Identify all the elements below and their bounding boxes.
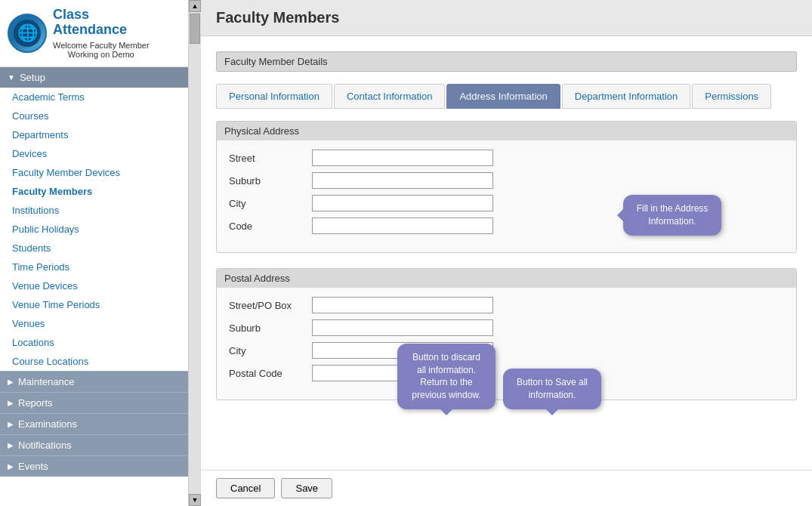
main-content: Faculty Members Faculty Member Details P… (201, 0, 812, 506)
physical-suburb-row: Suburb (229, 172, 784, 189)
save-tooltip: Button to Save all information. (503, 369, 601, 409)
postal-street-row: Street/PO Box (229, 297, 784, 313)
physical-street-input[interactable] (312, 150, 493, 166)
tab-permissions[interactable]: Permissions (692, 84, 771, 109)
maintenance-label: Maintenance (18, 376, 74, 387)
notifications-section-header[interactable]: ▶ Notifications (0, 434, 188, 455)
setup-label: Setup (20, 72, 45, 83)
tab-contact[interactable]: Contact Information (334, 84, 445, 109)
physical-street-label: Street (229, 153, 312, 164)
form-buttons: Cancel Save (201, 470, 812, 506)
sidebar-header: 🌐 Class Attendance Welcome Faculty Membe… (0, 0, 188, 67)
page-header: Faculty Members (201, 0, 812, 36)
tab-bar: Personal Information Contact Information… (216, 84, 797, 109)
sidebar-item-students[interactable]: Students (0, 239, 188, 258)
form-section-header: Faculty Member Details (216, 51, 797, 72)
physical-city-input[interactable] (312, 195, 493, 211)
sidebar-item-academic-terms[interactable]: Academic Terms (0, 88, 188, 106)
sidebar-item-public-holidays[interactable]: Public Holidays (0, 220, 188, 239)
examinations-label: Examinations (18, 418, 77, 430)
postal-street-input[interactable] (312, 297, 493, 313)
sidebar-item-faculty-member-devices[interactable]: Faculty Member Devices (0, 163, 188, 182)
address-tooltip: Fill in the Address Information. (623, 195, 721, 236)
examinations-section-header[interactable]: ▶ Examinations (0, 413, 188, 434)
events-arrow-icon: ▶ (8, 462, 14, 471)
postal-city-label: City (229, 345, 312, 356)
notifications-arrow-icon: ▶ (8, 441, 14, 449)
physical-code-label: Code (229, 221, 312, 232)
notifications-label: Notifications (18, 440, 72, 451)
cancel-button[interactable]: Cancel (216, 478, 275, 498)
maintenance-section-header[interactable]: ▶ Maintenance (0, 371, 188, 392)
postal-suburb-label: Suburb (229, 322, 312, 334)
examinations-arrow-icon: ▶ (8, 420, 14, 428)
maintenance-arrow-icon: ▶ (8, 378, 14, 386)
scroll-down-btn[interactable]: ▼ (189, 494, 201, 506)
setup-nav-items: Academic Terms Courses Departments Devic… (0, 88, 188, 371)
physical-code-input[interactable] (312, 218, 493, 234)
tab-address[interactable]: Address Information (446, 84, 560, 109)
physical-street-row: Street (229, 150, 784, 166)
sidebar-item-venue-time-periods[interactable]: Venue Time Periods (0, 295, 188, 314)
sidebar-item-institutions[interactable]: Institutions (0, 201, 188, 220)
postal-suburb-row: Suburb (229, 319, 784, 336)
sidebar-item-departments[interactable]: Departments (0, 125, 188, 144)
app-name: Class Attendance (53, 8, 150, 38)
sidebar-item-venue-devices[interactable]: Venue Devices (0, 276, 188, 295)
reports-section-header[interactable]: ▶ Reports (0, 392, 188, 413)
setup-section-header[interactable]: ▼ Setup (0, 67, 188, 88)
sidebar-item-courses[interactable]: Courses (0, 106, 188, 125)
sidebar-nav: ▼ Setup Academic Terms Courses Departmen… (0, 67, 188, 506)
physical-suburb-label: Suburb (229, 175, 312, 187)
sidebar-item-faculty-members[interactable]: Faculty Members (0, 182, 188, 201)
scroll-thumb[interactable] (190, 14, 200, 44)
postal-address-title: Postal Address (217, 269, 796, 288)
scroll-up-btn[interactable]: ▲ (189, 0, 201, 12)
physical-city-label: City (229, 198, 312, 209)
welcome-text: Welcome Faculty Member Working on Demo (53, 41, 150, 59)
reports-arrow-icon: ▶ (8, 399, 14, 407)
events-label: Events (18, 461, 48, 472)
sidebar-item-devices[interactable]: Devices (0, 144, 188, 163)
tab-department[interactable]: Department Information (562, 84, 691, 109)
sidebar-scrollbar[interactable]: ▲ ▼ (189, 0, 201, 506)
sidebar-item-locations[interactable]: Locations (0, 333, 188, 352)
physical-address-title: Physical Address (217, 122, 796, 140)
cancel-tooltip: Button to discard all information. Retur… (397, 344, 496, 409)
sidebar: 🌐 Class Attendance Welcome Faculty Membe… (0, 0, 189, 506)
postal-street-label: Street/PO Box (229, 300, 312, 311)
save-button[interactable]: Save (281, 478, 332, 498)
setup-arrow-icon: ▼ (8, 73, 15, 82)
content-area: Faculty Member Details Personal Informat… (201, 36, 812, 470)
sidebar-item-venues[interactable]: Venues (0, 314, 188, 333)
globe-icon: 🌐 (17, 23, 38, 43)
sidebar-item-course-locations[interactable]: Course Locations (0, 352, 188, 371)
app-title-block: Class Attendance Welcome Faculty Member … (53, 8, 150, 59)
postal-city-row: City (229, 342, 784, 359)
postal-code-label: Postal Code (229, 368, 312, 379)
logo: 🌐 (8, 14, 47, 53)
page-title: Faculty Members (216, 9, 339, 26)
tab-personal[interactable]: Personal Information (216, 84, 332, 109)
postal-suburb-input[interactable] (312, 319, 493, 336)
sidebar-item-time-periods[interactable]: Time Periods (0, 258, 188, 276)
reports-label: Reports (18, 397, 53, 409)
events-section-header[interactable]: ▶ Events (0, 455, 188, 477)
physical-suburb-input[interactable] (312, 172, 493, 189)
